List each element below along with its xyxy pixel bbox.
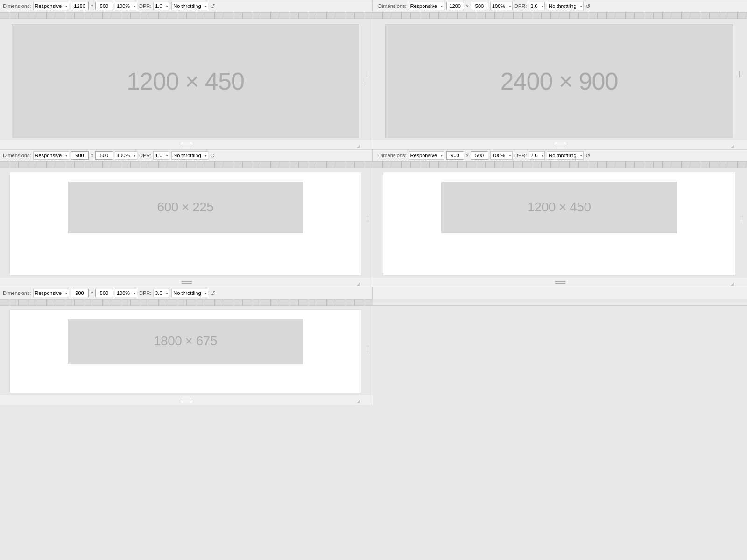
row2-ruler bbox=[0, 161, 747, 168]
mode-dropdown-3l[interactable]: Responsive bbox=[33, 289, 69, 297]
dim-x-1l: × bbox=[91, 3, 93, 9]
v-scroll-1l[interactable] bbox=[366, 71, 367, 85]
v-scroll-2l[interactable] bbox=[366, 216, 368, 222]
width-input-1l[interactable]: 1280 bbox=[71, 2, 89, 10]
mode-select-1r[interactable]: Responsive ▼ bbox=[409, 2, 444, 10]
frame-label-1l: 1200 × 450 bbox=[127, 67, 244, 95]
frame-label-1r: 2400 × 900 bbox=[500, 67, 618, 95]
dpr-select-2l[interactable]: 1.0 ▼ bbox=[153, 151, 169, 160]
dpr-dropdown-1l[interactable]: 1.0 bbox=[153, 2, 169, 10]
dpr-dropdown-3l[interactable]: 3.0 bbox=[153, 289, 169, 297]
image-3l: 1800 × 675 bbox=[68, 319, 303, 364]
panel-2r: 1200 × 450 ◢ bbox=[374, 168, 747, 287]
height-input-1r[interactable]: 500 bbox=[471, 2, 488, 10]
throttle-dropdown-1l[interactable]: No throttling bbox=[171, 2, 208, 10]
row1-toolbar: Dimensions: Responsive ▼ 1280 × 500 100%… bbox=[0, 0, 747, 12]
row3-toolbar-left: Dimensions: Responsive ▼ × 100% ▼ DPR: 3… bbox=[3, 287, 373, 299]
dpr-select-1l[interactable]: 1.0 ▼ bbox=[153, 2, 169, 10]
dpr-select-1r[interactable]: 2.0 ▼ bbox=[529, 2, 545, 10]
mode-dropdown-1r[interactable]: Responsive bbox=[409, 2, 444, 10]
zoom-select-2r[interactable]: 100% ▼ bbox=[490, 151, 513, 160]
bottom-handle-2r[interactable]: ◢ bbox=[374, 278, 747, 287]
dpr-label-1r: DPR: bbox=[514, 3, 527, 9]
reload-icon-2l[interactable]: ↺ bbox=[210, 152, 215, 159]
bottom-handle-3l[interactable]: ◢ bbox=[0, 395, 373, 405]
viewport-2r: 1200 × 450 bbox=[383, 172, 735, 276]
throttle-dropdown-2l[interactable]: No throttling bbox=[171, 151, 208, 160]
viewport-2l: 600 × 225 bbox=[9, 172, 361, 276]
row1-toolbar-left: Dimensions: Responsive ▼ 1280 × 500 100%… bbox=[3, 0, 373, 12]
dpr-label-2r: DPR: bbox=[514, 153, 527, 158]
throttle-select-3l[interactable]: No throttling ▼ bbox=[171, 289, 208, 297]
dpr-dropdown-2r[interactable]: 2.0 bbox=[529, 151, 545, 160]
mode-dropdown-2l[interactable]: Responsive bbox=[33, 151, 69, 160]
frame-label-2l: 600 × 225 bbox=[157, 200, 214, 215]
zoom-select-3l[interactable]: 100% ▼ bbox=[115, 289, 137, 297]
bottom-handle-1l[interactable]: ◢ bbox=[0, 140, 373, 149]
dpr-select-3l[interactable]: 3.0 ▼ bbox=[153, 289, 169, 297]
dpr-label-1l: DPR: bbox=[139, 3, 151, 9]
handle-lines-1r bbox=[555, 144, 565, 146]
zoom-dropdown-3l[interactable]: 100% bbox=[115, 289, 137, 297]
dpr-dropdown-2l[interactable]: 1.0 bbox=[153, 151, 169, 160]
reload-icon-1r[interactable]: ↺ bbox=[585, 3, 591, 10]
height-input-2r[interactable] bbox=[471, 151, 488, 160]
v-scroll-3l[interactable] bbox=[366, 345, 368, 352]
panel-2l: 600 × 225 ◢ bbox=[0, 168, 374, 287]
corner-resize-2r: ◢ bbox=[731, 281, 734, 286]
v-scroll-2r[interactable] bbox=[740, 216, 742, 222]
zoom-dropdown-1l[interactable]: 100% bbox=[115, 2, 137, 10]
corner-resize-1r: ◢ bbox=[731, 144, 734, 148]
height-input-1l[interactable]: 500 bbox=[95, 2, 113, 10]
zoom-select-1l[interactable]: 100% ▼ bbox=[115, 2, 137, 10]
row1-toolbar-right: Dimensions: Responsive ▼ 1280 × 500 100%… bbox=[374, 0, 744, 12]
reload-icon-1l[interactable]: ↺ bbox=[210, 3, 215, 10]
mode-dropdown-1l[interactable]: Responsive bbox=[33, 2, 69, 10]
row2-content: 600 × 225 ◢ bbox=[0, 168, 747, 287]
throttle-dropdown-1r[interactable]: No throttling bbox=[547, 2, 584, 10]
mode-select-2l[interactable]: Responsive ▼ bbox=[33, 151, 69, 160]
throttle-select-2r[interactable]: No throttling ▼ bbox=[547, 151, 584, 160]
reload-icon-3l[interactable]: ↺ bbox=[210, 290, 215, 297]
zoom-select-1r[interactable]: 100% ▼ bbox=[490, 2, 513, 10]
bottom-handle-2l[interactable]: ◢ bbox=[0, 278, 373, 287]
zoom-dropdown-2l[interactable]: 100% bbox=[115, 151, 137, 160]
panel-1r: 2400 × 900 ◢ bbox=[374, 19, 747, 149]
mode-select-1l[interactable]: Responsive ▼ bbox=[33, 2, 69, 10]
mode-select-2r[interactable]: Responsive ▼ bbox=[409, 151, 444, 160]
dim-label-2r: Dimensions: bbox=[378, 153, 407, 158]
dpr-dropdown-1r[interactable]: 2.0 bbox=[529, 2, 545, 10]
dpr-select-2r[interactable]: 2.0 ▼ bbox=[529, 151, 545, 160]
dim-label-3l: Dimensions: bbox=[3, 290, 31, 296]
bottom-handle-1r[interactable]: ◢ bbox=[374, 140, 747, 149]
reload-icon-2r[interactable]: ↺ bbox=[585, 152, 591, 159]
handle-lines-1l bbox=[182, 144, 192, 146]
throttle-select-2l[interactable]: No throttling ▼ bbox=[171, 151, 208, 160]
mode-dropdown-2r[interactable]: Responsive bbox=[409, 151, 444, 160]
width-input-2l[interactable] bbox=[71, 151, 89, 160]
width-input-2r[interactable] bbox=[446, 151, 464, 160]
dim-label-1l: Dimensions: bbox=[3, 3, 31, 9]
zoom-dropdown-2r[interactable]: 100% bbox=[490, 151, 513, 160]
throttle-dropdown-3l[interactable]: No throttling bbox=[171, 289, 208, 297]
height-input-3l[interactable] bbox=[95, 289, 113, 297]
corner-resize-3l: ◢ bbox=[357, 399, 360, 404]
throttle-select-1r[interactable]: No throttling ▼ bbox=[547, 2, 584, 10]
v-scroll-1r[interactable] bbox=[739, 71, 741, 77]
dim-label-1r: Dimensions: bbox=[378, 3, 407, 9]
width-input-1r[interactable]: 1280 bbox=[446, 2, 464, 10]
panel-1l: 1200 × 450 ◢ bbox=[0, 19, 374, 149]
throttle-dropdown-2r[interactable]: No throttling bbox=[547, 151, 584, 160]
mode-select-3l[interactable]: Responsive ▼ bbox=[33, 289, 69, 297]
height-input-2l[interactable] bbox=[95, 151, 113, 160]
zoom-dropdown-1r[interactable]: 100% bbox=[490, 2, 513, 10]
throttle-select-1l[interactable]: No throttling ▼ bbox=[171, 2, 208, 10]
dim-x-2r: × bbox=[466, 153, 469, 158]
dim-x-3l: × bbox=[91, 290, 93, 296]
zoom-select-2l[interactable]: 100% ▼ bbox=[115, 151, 137, 160]
row3-ruler bbox=[0, 299, 747, 306]
row3-content: 1800 × 675 ◢ bbox=[0, 306, 747, 405]
width-input-3l[interactable] bbox=[71, 289, 89, 297]
viewport-1l: 1200 × 450 bbox=[12, 24, 359, 138]
viewport-3l: 1800 × 675 bbox=[9, 309, 361, 393]
